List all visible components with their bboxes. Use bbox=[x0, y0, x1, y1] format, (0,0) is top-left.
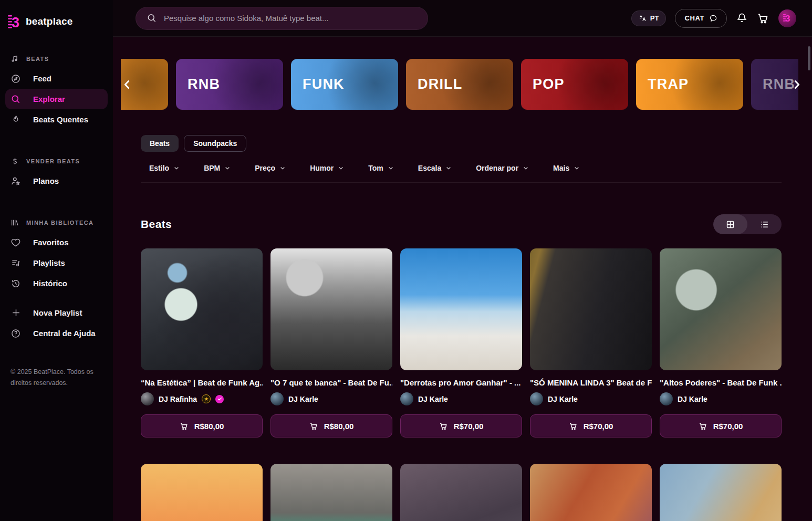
add-to-cart-button[interactable]: R$80,00 bbox=[270, 414, 392, 437]
section-label: MINHA BIBLIOTECA bbox=[26, 220, 93, 226]
artist-name[interactable]: DJ Karle bbox=[548, 395, 578, 403]
beat-cover-image[interactable] bbox=[660, 248, 782, 370]
beat-cover-image[interactable] bbox=[660, 464, 782, 521]
genre-card[interactable]: TRAP bbox=[636, 59, 743, 110]
filter-dropdown[interactable]: BPM bbox=[204, 164, 231, 172]
chevron-down-icon bbox=[173, 165, 180, 171]
beat-title[interactable]: “Na Estética” | Beat de Funk Ag... bbox=[141, 378, 263, 387]
sidebar-item-playlists[interactable]: Playlists bbox=[5, 253, 108, 273]
filter-dropdown[interactable]: Tom bbox=[368, 164, 394, 172]
beat-cover-image[interactable] bbox=[270, 464, 392, 521]
sidebar-item-historico[interactable]: Histórico bbox=[5, 273, 108, 294]
section-label: BEATS bbox=[26, 56, 49, 62]
translate-icon bbox=[639, 14, 647, 22]
artist-row: DJ Karle bbox=[530, 392, 652, 405]
artist-name[interactable]: DJ Rafinha bbox=[159, 395, 197, 403]
music-note-icon bbox=[9, 54, 20, 64]
chevron-down-icon bbox=[574, 165, 580, 171]
sidebar-item-nova-playlist[interactable]: Nova Playlist bbox=[5, 303, 108, 323]
filter-dropdown[interactable]: Ordenar por bbox=[476, 164, 529, 172]
artist-name[interactable]: DJ Karle bbox=[418, 395, 448, 403]
cart-icon bbox=[439, 422, 448, 431]
question-circle-icon bbox=[11, 328, 21, 339]
filter-dropdown[interactable]: Preço bbox=[255, 164, 286, 172]
beat-title[interactable]: "O 7 que te banca" - Beat De Fu... bbox=[270, 378, 392, 387]
carousel-next-button[interactable] bbox=[791, 79, 803, 90]
carousel-prev-button[interactable] bbox=[121, 79, 133, 90]
tab-soundpacks[interactable]: Soundpacks bbox=[184, 135, 246, 152]
grid-view-button[interactable] bbox=[713, 214, 747, 234]
sidebar-item-planos[interactable]: Planos bbox=[5, 171, 108, 191]
sidebar-item-favoritos[interactable]: Favoritos bbox=[5, 232, 108, 253]
gold-star-badge-icon: ★ bbox=[202, 394, 211, 403]
chat-label: CHAT bbox=[684, 14, 704, 22]
artist-row: DJ Karle bbox=[660, 392, 782, 405]
sidebar-item-central-ajuda[interactable]: Central de Ajuda bbox=[5, 323, 108, 343]
sidebar-item-beats-quentes[interactable]: Beats Quentes bbox=[5, 109, 108, 130]
beat-cover-image[interactable] bbox=[400, 248, 522, 370]
artist-avatar[interactable] bbox=[660, 392, 673, 405]
beat-cover-image[interactable] bbox=[141, 464, 263, 521]
artist-avatar[interactable] bbox=[530, 392, 543, 405]
brand-logo[interactable]: 3 beatplace bbox=[0, 12, 113, 32]
artist-name[interactable]: DJ Karle bbox=[678, 395, 707, 403]
add-to-cart-button[interactable]: R$80,00 bbox=[141, 414, 263, 437]
artist-avatar[interactable] bbox=[400, 392, 413, 405]
search-bar[interactable] bbox=[136, 7, 428, 30]
beat-cover-image[interactable] bbox=[530, 248, 652, 370]
beat-card bbox=[400, 464, 522, 521]
genre-label: POP bbox=[533, 76, 565, 92]
add-to-cart-button[interactable]: R$70,00 bbox=[660, 414, 782, 437]
section-header-biblioteca: MINHA BIBLIOTECA bbox=[5, 213, 108, 232]
beat-cover-image[interactable] bbox=[141, 248, 263, 370]
filter-label: Tom bbox=[368, 164, 383, 172]
genre-card[interactable]: DRILL bbox=[406, 59, 513, 110]
add-to-cart-button[interactable]: R$70,00 bbox=[530, 414, 652, 437]
chat-button[interactable]: CHAT bbox=[675, 9, 727, 28]
sidebar-item-label: Explorar bbox=[33, 95, 65, 103]
language-button[interactable]: PT bbox=[631, 11, 667, 26]
tab-beats[interactable]: Beats bbox=[141, 135, 179, 152]
beat-cover-image[interactable] bbox=[270, 248, 392, 370]
add-to-cart-button[interactable]: R$70,00 bbox=[400, 414, 522, 437]
sidebar-item-feed[interactable]: Feed bbox=[5, 68, 108, 89]
artist-name[interactable]: DJ Karle bbox=[288, 395, 318, 403]
filter-dropdown[interactable]: Mais bbox=[553, 164, 580, 172]
search-input[interactable] bbox=[164, 14, 417, 23]
section-label: VENDER BEATS bbox=[26, 158, 80, 164]
filter-dropdown[interactable]: Humor bbox=[310, 164, 344, 172]
cart-icon[interactable] bbox=[757, 12, 769, 25]
main-area: PT CHAT 3 bbox=[113, 0, 812, 521]
list-view-button[interactable] bbox=[747, 214, 782, 234]
artist-avatar[interactable] bbox=[270, 392, 284, 405]
genre-card[interactable]: FUNK bbox=[291, 59, 398, 110]
beat-card: "Derrotas pro Amor Ganhar" - ... DJ Karl… bbox=[400, 248, 522, 437]
filter-dropdown[interactable]: Estilo bbox=[149, 164, 180, 172]
beat-cover-image[interactable] bbox=[530, 464, 652, 521]
sidebar-item-label: Favoritos bbox=[33, 238, 69, 247]
genre-card[interactable]: POP bbox=[521, 59, 628, 110]
notifications-bell-icon[interactable] bbox=[736, 12, 748, 24]
beat-cover-image[interactable] bbox=[400, 464, 522, 521]
artist-avatar[interactable] bbox=[141, 392, 154, 405]
sidebar-item-label: Beats Quentes bbox=[33, 115, 88, 124]
chat-bubble-icon bbox=[709, 14, 717, 23]
filter-dropdown[interactable]: Escala bbox=[418, 164, 452, 172]
beat-title[interactable]: "Derrotas pro Amor Ganhar" - ... bbox=[400, 378, 522, 387]
sidebar-item-explorar[interactable]: Explorar bbox=[5, 89, 108, 109]
svg-text:3: 3 bbox=[785, 14, 790, 23]
price-label: R$70,00 bbox=[454, 422, 484, 431]
history-icon bbox=[11, 278, 21, 289]
chevron-down-icon bbox=[523, 165, 529, 171]
scrollbar-thumb[interactable] bbox=[808, 46, 810, 70]
beats-grid-row2 bbox=[141, 464, 782, 521]
genre-card[interactable]: RNB bbox=[176, 59, 283, 110]
price-label: R$70,00 bbox=[584, 422, 613, 431]
beats-grid: “Na Estética” | Beat de Funk Ag... DJ Ra… bbox=[141, 248, 782, 437]
sidebar-item-label: Histórico bbox=[33, 279, 67, 288]
beat-title[interactable]: "SÓ MENINA LINDA 3" Beat de Fu... bbox=[530, 378, 652, 387]
artist-row: DJ Karle bbox=[270, 392, 392, 405]
beat-title[interactable]: "Altos Poderes" - Beat De Funk ... bbox=[660, 378, 782, 387]
user-avatar[interactable]: 3 bbox=[778, 9, 796, 27]
content-tabs: Beats Soundpacks bbox=[141, 135, 812, 152]
